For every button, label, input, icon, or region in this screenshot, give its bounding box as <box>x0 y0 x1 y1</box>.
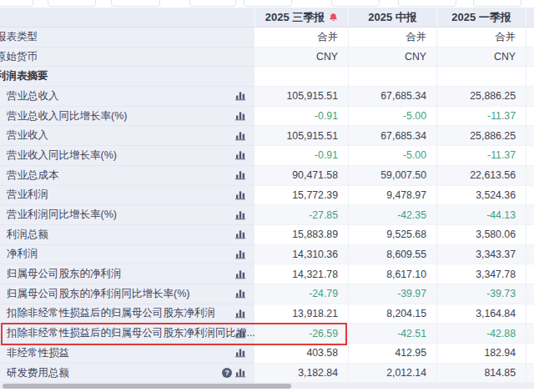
value-cell: -27.85 <box>254 205 348 225</box>
toolbar-button[interactable] <box>0 0 33 7</box>
cut-column-cell <box>526 48 534 68</box>
value-cell: 15,883.89 <box>254 225 348 245</box>
chart-icon[interactable] <box>235 309 246 318</box>
row-label-cell: 扣除非经常性损益后的归属母公司股东净利润 <box>0 304 254 324</box>
value-cell: CNY <box>254 48 348 68</box>
row-label-cell: 营业总成本 <box>0 166 254 186</box>
chart-icon[interactable] <box>235 329 246 338</box>
row-label: 营业总收入 <box>7 89 59 103</box>
row-label: 营业总收入同比增长率(%) <box>7 109 127 123</box>
value-cell: 3,182.84 <box>254 364 348 384</box>
chart-icon[interactable] <box>235 289 246 299</box>
row-label-cell: 营业收入 <box>0 126 254 146</box>
value-cell: CNY <box>348 48 436 68</box>
value-cell: 22,613.56 <box>436 166 526 186</box>
chart-icon[interactable] <box>235 92 246 101</box>
chart-icon[interactable] <box>235 349 246 358</box>
row-label: 营业收入同比增长率(%) <box>7 148 117 163</box>
table-row: 营业总成本90,471.5859,007.5022,613.56 <box>0 166 534 186</box>
chart-icon[interactable] <box>235 269 246 279</box>
column-header: 2025 中报 <box>348 8 436 27</box>
cut-column-cell <box>526 107 534 127</box>
value-cell: -44.13 <box>436 205 526 225</box>
value-cell: 15,772.39 <box>254 186 348 206</box>
value-cell: 814.85 <box>436 364 526 384</box>
value-cell: -0.91 <box>254 146 348 166</box>
table-row: 研发费用总额?3,182.842,012.14814.85 <box>0 364 534 384</box>
cut-column-cell <box>526 264 534 284</box>
chart-icon[interactable] <box>235 131 246 140</box>
row-label: 营业总成本 <box>7 168 59 183</box>
cut-column-cell <box>526 245 534 265</box>
horizontal-scrollbar[interactable] <box>0 383 534 389</box>
table-row: 营业收入同比增长率(%)-0.91-5.00-11.37 <box>0 146 534 166</box>
table-row: 营业收入105,915.5167,685.3425,886.25 <box>0 126 534 146</box>
table-row: 报表类型合并合并合并 <box>0 28 534 48</box>
table-row: 原始货币CNYCNYCNY <box>0 48 534 68</box>
row-label-cell: 原始货币 <box>0 48 254 68</box>
toolbar-button[interactable] <box>331 0 380 7</box>
toolbar-button[interactable] <box>48 0 96 7</box>
value-cell: -5.00 <box>348 107 436 127</box>
chart-icon[interactable] <box>235 151 246 160</box>
cut-column-cell <box>526 324 534 344</box>
row-label-cell: 归属母公司股东的净利润 <box>0 264 254 284</box>
toolbar-button[interactable] <box>244 0 292 7</box>
toolbar-button[interactable] <box>189 0 236 7</box>
value-cell: -26.59 <box>254 324 348 344</box>
row-label-cell: 归属母公司股东的净利润同比增长率(%) <box>0 284 254 304</box>
hscrollbar-thumb[interactable] <box>3 384 291 389</box>
chart-icon[interactable] <box>235 112 246 121</box>
header-cut-column <box>526 8 534 27</box>
row-label: 扣除非经常性损益后的归属母公司股东净利润同比增... <box>7 326 254 340</box>
value-cell: -42.35 <box>348 205 436 225</box>
value-cell <box>254 67 348 87</box>
cut-column-cell <box>526 146 534 166</box>
value-cell: 3,343.37 <box>436 245 526 265</box>
cut-column-cell <box>526 166 534 186</box>
row-label-cell: 营业总收入 <box>0 87 254 107</box>
toolbar-button[interactable] <box>111 0 160 7</box>
help-icon[interactable]: ? <box>222 368 232 378</box>
cut-column-cell <box>526 304 534 324</box>
value-cell: 9,525.68 <box>348 225 436 245</box>
table-header-row: 2025 三季报2025 中报2025 一季报 <box>0 8 534 28</box>
chart-icon[interactable] <box>235 369 246 378</box>
chart-icon[interactable] <box>235 230 246 239</box>
value-cell: 67,685.34 <box>348 126 436 146</box>
financial-report-page: 2025 三季报2025 中报2025 一季报 报表类型合并合并合并原始货币CN… <box>0 0 534 392</box>
chart-icon[interactable] <box>235 210 246 219</box>
cut-column-cell <box>526 126 534 146</box>
value-cell: 3,164.84 <box>436 304 526 324</box>
cut-column-cell <box>526 67 534 87</box>
bell-icon[interactable] <box>329 13 338 23</box>
value-cell: 3,347.78 <box>436 264 526 284</box>
value-cell: 8,204.15 <box>348 304 436 324</box>
value-cell <box>436 67 526 87</box>
cut-column-cell <box>526 205 534 225</box>
chart-icon[interactable] <box>235 171 246 180</box>
row-label: 原始货币 <box>0 50 38 64</box>
chart-icon[interactable] <box>235 249 246 259</box>
toolbar <box>0 0 534 8</box>
toolbar-button[interactable] <box>398 0 456 7</box>
row-label-cell: 营业利润同比增长率(%) <box>0 205 254 225</box>
value-cell: -24.79 <box>254 284 348 304</box>
table-row: 营业利润15,772.399,478.973,524.36 <box>0 186 534 206</box>
row-label-cell: 非经常性损益 <box>0 344 254 364</box>
value-cell: 合并 <box>348 28 436 48</box>
row-label-cell: 报表类型 <box>0 28 254 48</box>
row-label: 净利润 <box>7 247 38 261</box>
toolbar-button[interactable] <box>473 0 521 7</box>
value-cell: 105,915.51 <box>254 126 348 146</box>
row-label: 利润总额 <box>7 228 48 242</box>
table-row: 净利润14,310.368,609.553,343.37 <box>0 245 534 265</box>
row-label: 营业利润同比增长率(%) <box>7 208 117 222</box>
cut-column-cell <box>526 284 534 304</box>
chart-icon[interactable] <box>235 190 246 199</box>
header-label-spacer <box>0 8 254 27</box>
row-label: 报表类型 <box>0 30 38 44</box>
value-cell: -5.00 <box>348 146 436 166</box>
value-cell: -39.73 <box>436 284 526 304</box>
row-label-cell: 研发费用总额? <box>0 364 254 384</box>
